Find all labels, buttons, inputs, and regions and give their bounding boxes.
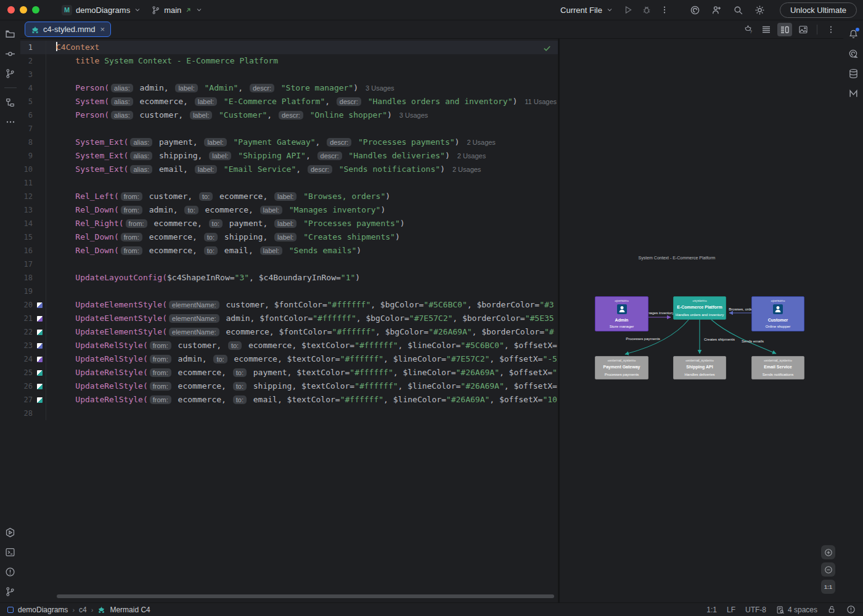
notifications-bell-icon[interactable] (845, 25, 862, 43)
indent-widget[interactable]: 4 spaces (776, 606, 817, 614)
code-line[interactable]: 11 (20, 176, 558, 190)
code-line[interactable]: 27 UpdateRelStyle(from: ecommerce, to: e… (20, 393, 558, 407)
code-line[interactable]: 20 UpdateElementStyle(elementName: custo… (20, 298, 558, 312)
event-log-icon[interactable] (846, 605, 856, 614)
version-control-tool-icon[interactable] (2, 65, 19, 82)
code-text: Rel_Down(from: ecommerce, to: shipping, … (46, 230, 558, 244)
code-with-me-icon[interactable] (711, 5, 722, 15)
ai-assistant-icon[interactable] (690, 5, 700, 15)
horizontal-scrollbar[interactable] (57, 594, 554, 598)
code-line[interactable]: 18 UpdateLayoutConfig($c4ShapeInRow="3",… (20, 271, 558, 285)
code-editor[interactable]: 1C4Context2 title System Context - E-Com… (20, 39, 558, 602)
settings-gear-icon[interactable] (755, 5, 765, 15)
color-swatch-icon[interactable] (37, 384, 43, 389)
code-line[interactable]: 21 UpdateElementStyle(elementName: admin… (20, 312, 558, 325)
mermaid-preview-panel[interactable]: System Context - E-Commerce Platform Man… (560, 39, 843, 602)
structure-tool-icon[interactable] (2, 94, 19, 111)
minimize-window-button[interactable] (20, 6, 27, 14)
code-line[interactable]: 14 Rel_Right(from: ecommerce, to: paymen… (20, 217, 558, 230)
code-line[interactable]: 17 (20, 257, 558, 271)
inlay-hint: alias: (111, 84, 133, 92)
zoom-out-button[interactable] (821, 562, 835, 577)
code-line[interactable]: 8 System_Ext(alias: payment, label: "Pay… (20, 136, 558, 149)
code-text (46, 257, 558, 271)
close-window-button[interactable] (7, 6, 15, 14)
terminal-tool-icon[interactable] (2, 543, 19, 561)
code-line[interactable]: 16 Rel_Down(from: ecommerce, to: email, … (20, 244, 558, 257)
color-swatch-icon[interactable] (37, 302, 43, 308)
more-tools-icon[interactable] (2, 113, 19, 131)
code-line[interactable]: 24 UpdateRelStyle(from: admin, to: ecomm… (20, 352, 558, 366)
commit-tool-icon[interactable] (2, 45, 19, 62)
color-swatch-icon[interactable] (37, 397, 43, 403)
mermaid-file-icon (31, 25, 39, 34)
debug-button[interactable] (642, 5, 652, 15)
code-line[interactable]: 4 Person(alias: admin, label: "Admin", d… (20, 81, 558, 95)
run-button[interactable] (623, 5, 633, 15)
zoom-reset-button[interactable]: 1:1 (821, 580, 835, 594)
unlock-ultimate-button[interactable]: Unlock Ultimate (780, 2, 857, 18)
color-swatch-icon[interactable] (37, 330, 43, 335)
node-description: Handles deliveries (684, 373, 714, 377)
project-tool-icon[interactable] (2, 25, 19, 43)
more-actions-icon[interactable] (660, 6, 669, 14)
run-configuration-select[interactable]: Current File (559, 4, 615, 17)
code-line[interactable]: 23 UpdateRelStyle(from: customer, to: ec… (20, 339, 558, 352)
search-everywhere-icon[interactable] (733, 5, 743, 15)
color-swatch-icon[interactable] (37, 357, 43, 362)
lock-open-icon[interactable] (827, 605, 836, 614)
inlay-hint: descr: (327, 138, 351, 147)
code-text (46, 407, 558, 420)
view-split-icon[interactable] (777, 23, 792, 36)
mermaid-help-icon[interactable]: ? (740, 23, 755, 36)
color-swatch-icon[interactable] (37, 316, 43, 322)
editor-tab-bar: c4-styled.mmd × ? (20, 20, 843, 39)
code-line[interactable]: 26 UpdateRelStyle(from: ecommerce, to: s… (20, 379, 558, 393)
code-line[interactable]: 25 UpdateRelStyle(from: ecommerce, to: p… (20, 366, 558, 379)
view-preview-only-icon[interactable] (796, 23, 811, 36)
git-tool-icon[interactable] (2, 583, 19, 600)
code-token: ) (445, 151, 450, 160)
code-line[interactable]: 15 Rel_Down(from: ecommerce, to: shippin… (20, 230, 558, 244)
gutter-slot (35, 357, 44, 362)
color-swatch-icon[interactable] (37, 343, 43, 349)
code-line[interactable]: 2 title System Context - E-Commerce Plat… (20, 54, 558, 68)
problems-tool-icon[interactable] (2, 563, 19, 580)
code-line[interactable]: 12 Rel_Left(from: customer, to: ecommerc… (20, 190, 558, 203)
inspections-ok-icon[interactable] (542, 44, 552, 55)
color-swatch-icon[interactable] (37, 370, 43, 376)
editor-options-icon[interactable] (824, 23, 838, 36)
indent-style-icon (776, 606, 785, 614)
caret-position-widget[interactable]: 1:1 (706, 606, 717, 614)
code-token: , $offsetX= (504, 341, 557, 350)
services-tool-icon[interactable] (2, 524, 19, 541)
code-line[interactable]: 9 System_Ext(alias: shipping, label: "Sh… (20, 149, 558, 163)
tab-close-icon[interactable]: × (100, 25, 105, 34)
fullscreen-window-button[interactable] (32, 6, 39, 14)
code-line[interactable]: 13 Rel_Down(from: admin, to: ecommerce, … (20, 203, 558, 217)
zoom-in-button[interactable] (821, 545, 835, 559)
code-line[interactable]: 1C4Context (20, 41, 558, 54)
breadcrumb-file[interactable]: Mermaid C4 (110, 606, 150, 614)
encoding-widget[interactable]: UTF-8 (745, 606, 766, 614)
line-number: 16 (20, 246, 33, 255)
ai-chat-tool-icon[interactable] (845, 45, 862, 62)
mermaid-tool-icon[interactable] (845, 84, 862, 102)
line-ending-widget[interactable]: LF (727, 606, 735, 614)
tab-c4-styled-mmd[interactable]: c4-styled.mmd × (25, 22, 111, 37)
diagram-node-email: «external_system»Email ServiceSends noti… (751, 356, 804, 379)
code-line[interactable]: 3 (20, 68, 558, 81)
code-line[interactable]: 22 UpdateElementStyle(elementName: ecomm… (20, 325, 558, 339)
breadcrumb-folder[interactable]: c4 (79, 606, 87, 614)
code-line[interactable]: 10 System_Ext(alias: email, label: "Emai… (20, 163, 558, 176)
database-tool-icon[interactable] (845, 65, 862, 82)
code-line[interactable]: 5 System(alias: ecommerce, label: "E-Com… (20, 95, 558, 108)
code-line[interactable]: 28 (20, 407, 558, 420)
code-line[interactable]: 19 (20, 285, 558, 298)
code-line[interactable]: 7 (20, 122, 558, 136)
project-widget[interactable]: M demoDiagrams (57, 3, 146, 17)
vcs-branch-widget[interactable]: main (146, 4, 208, 17)
view-source-only-icon[interactable] (759, 23, 774, 36)
breadcrumb-project[interactable]: demoDiagrams (18, 606, 68, 614)
code-line[interactable]: 6 Person(alias: customer, label: "Custom… (20, 108, 558, 122)
